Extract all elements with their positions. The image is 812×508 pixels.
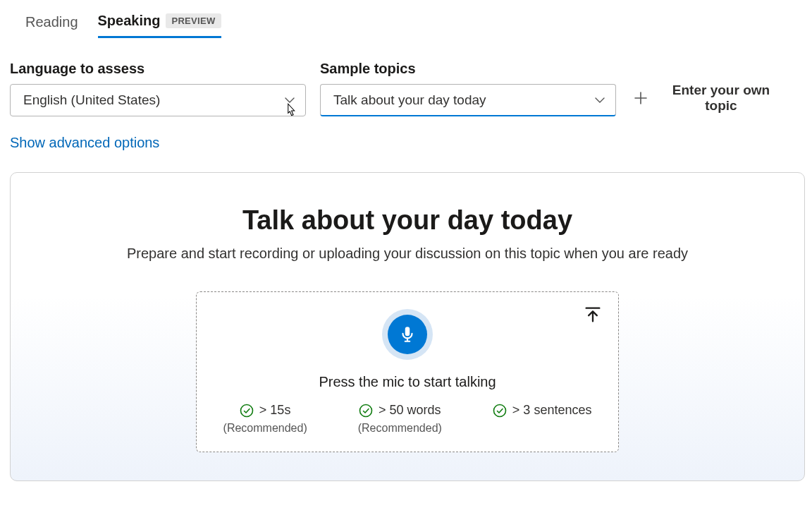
tab-speaking[interactable]: Speaking PREVIEW [98, 8, 221, 38]
thresholds-row: > 15s (Recommended) > 50 words (Recommen… [214, 403, 601, 435]
threshold-time-rec: (Recommended) [223, 422, 307, 435]
enter-own-topic-button[interactable]: Enter your own topic [630, 83, 781, 116]
threshold-time-value: > 15s [259, 403, 291, 418]
threshold-sentences: > 3 sentences [493, 403, 592, 435]
svg-point-3 [493, 404, 505, 416]
check-circle-icon [240, 404, 254, 418]
topic-value: Talk about your day today [333, 92, 486, 108]
tab-speaking-label: Speaking [98, 13, 161, 29]
own-topic-label: Enter your own topic [661, 83, 781, 114]
svg-rect-0 [405, 327, 410, 336]
preview-badge: PREVIEW [166, 13, 221, 28]
advanced-options-link[interactable]: Show advanced options [10, 122, 159, 151]
language-label: Language to assess [10, 61, 306, 77]
tab-reading[interactable]: Reading [25, 10, 78, 37]
controls-row: Language to assess English (United State… [10, 40, 802, 122]
threshold-sentences-value: > 3 sentences [512, 403, 592, 418]
threshold-words-rec: (Recommended) [358, 422, 442, 435]
topic-dropdown[interactable]: Talk about your day today [320, 84, 616, 116]
mic-button[interactable] [382, 309, 433, 360]
mic-prompt: Press the mic to start talking [214, 374, 601, 390]
svg-point-1 [240, 404, 252, 416]
recorder-card: Press the mic to start talking > 15s (Re… [196, 291, 619, 452]
microphone-icon [398, 325, 417, 344]
panel-subtitle: Prepare and start recording or uploading… [25, 246, 790, 262]
threshold-words: > 50 words (Recommended) [358, 403, 442, 435]
language-value: English (United States) [23, 92, 160, 108]
language-field: Language to assess English (United State… [10, 61, 306, 116]
mic-fill [388, 315, 427, 354]
threshold-words-value: > 50 words [379, 403, 441, 418]
check-circle-icon [493, 404, 507, 418]
svg-point-2 [360, 404, 372, 416]
language-dropdown[interactable]: English (United States) [10, 84, 306, 116]
chevron-down-icon [594, 95, 605, 106]
upload-icon[interactable] [583, 305, 603, 325]
chevron-down-icon [284, 95, 295, 106]
panel-title: Talk about your day today [25, 205, 790, 236]
assessment-panel: Talk about your day today Prepare and st… [10, 172, 805, 481]
topic-label: Sample topics [320, 61, 616, 77]
threshold-time: > 15s (Recommended) [223, 403, 307, 435]
tab-reading-label: Reading [25, 14, 78, 30]
plus-icon [630, 87, 651, 109]
tabs-bar: Reading Speaking PREVIEW [10, 8, 802, 40]
topic-field: Sample topics Talk about your day today [320, 61, 616, 116]
check-circle-icon [359, 404, 373, 418]
